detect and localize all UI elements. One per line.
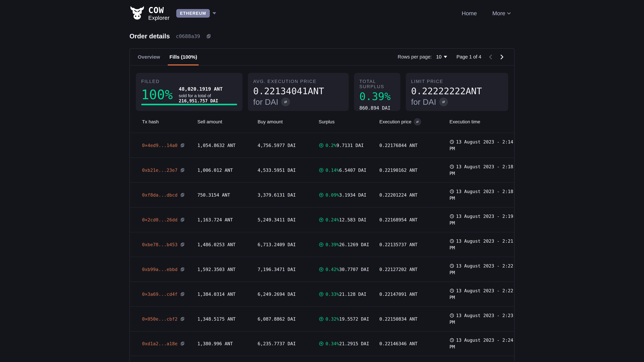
total-surplus-percent: 0.39% [360, 91, 395, 102]
price-swap-icon[interactable] [414, 118, 421, 125]
tx-hash-cell: 0×3a69...cd4f [142, 292, 198, 297]
copy-icon[interactable] [180, 292, 185, 297]
column-header-tx-hash: Tx hash [142, 119, 198, 124]
sell-amount-cell: 1,006.012 ANT [198, 168, 258, 173]
table-header-row: Tx hashSell amountBuy amountSurplusExecu… [130, 111, 514, 133]
execution-time-cell: 13 August 2023 - 2:24 PM [450, 337, 514, 351]
surplus-percent: 0.09% [326, 192, 339, 198]
rows-per-page-caret-icon [444, 56, 447, 58]
top-navigation-bar: COW Explorer ETHEREUM HomeMore [130, 6, 514, 21]
table-row: 0×3a69...cd4f1,384.0314 ANT6,249.2694 DA… [130, 282, 514, 306]
surplus-amount: 6.5407 DAI [339, 168, 366, 173]
tab-fills-100[interactable]: Fills (100%) [168, 49, 199, 65]
copy-icon[interactable] [180, 143, 185, 148]
swap-direction-icon[interactable] [281, 97, 290, 106]
swap-direction-icon[interactable] [439, 97, 448, 106]
surplus-amount: 26.1269 DAI [339, 242, 369, 247]
table-row: 0×050e...cbf21,348.5175 ANT6,087.8862 DA… [130, 306, 514, 331]
tab-overview[interactable]: Overview [136, 49, 162, 65]
tx-hash-link[interactable]: 0×4ed9...14a0 [142, 143, 178, 148]
tx-hash-link[interactable]: 0xb21e...23e7 [142, 168, 178, 173]
sell-amount-cell: 1,348.5175 ANT [198, 317, 258, 322]
buy-amount-cell: 4,533.5951 DAI [258, 168, 319, 173]
tx-hash-cell: 0xb99a...ebbd [142, 267, 198, 272]
page-title-row: Order details c0688a39 [130, 32, 514, 40]
surplus-amount: 19.5572 DAI [339, 317, 369, 322]
tx-hash-link[interactable]: 0xbe78...b453 [142, 242, 178, 247]
copy-icon[interactable] [180, 317, 185, 321]
buy-amount-cell: 4,756.5977 DAI [258, 143, 319, 148]
surplus-cell: 0.24%12.583 DAI [319, 217, 379, 222]
buy-amount-cell: 6,235.7737 DAI [258, 341, 319, 346]
rows-per-page-select[interactable]: 10 [436, 54, 447, 60]
sell-amount-cell: 750.3154 ANT [198, 192, 258, 198]
network-selector[interactable]: ETHEREUM [176, 9, 216, 17]
column-header-sell-amount: Sell amount [198, 119, 258, 124]
execution-time-cell: 13 August 2023 - 2:14 PM [450, 139, 514, 152]
column-header-execution-price: Execution price [379, 118, 450, 125]
order-details-panel: OverviewFills (100%) Rows per page: 10 P… [130, 48, 514, 361]
tx-hash-link[interactable]: 0xb99a...ebbd [142, 267, 178, 272]
buy-amount-cell: 6,713.2409 DAI [258, 242, 319, 247]
tx-hash-cell: 0×2cd0...26dd [142, 217, 198, 222]
nav-item-home[interactable]: Home [462, 10, 477, 16]
surplus-amount: 21.2915 DAI [339, 341, 369, 346]
nav-item-more[interactable]: More [492, 10, 510, 16]
filled-percent: 100% [141, 88, 173, 102]
cow-explorer-logo[interactable]: COW Explorer [130, 6, 170, 21]
previous-page-button[interactable] [486, 53, 495, 61]
surplus-amount: 21.128 DAI [339, 292, 366, 297]
execution-time-cell: 13 August 2023 - 2:21 PM [450, 238, 514, 251]
execution-price-cell: 0.22127202 ANT [379, 267, 450, 272]
brand-name: COW [148, 6, 170, 14]
limit-price-label: LIMIT PRICE [411, 79, 503, 84]
order-id-copy-icon[interactable] [206, 34, 211, 39]
sell-amount-cell: 1,054.8632 ANT [198, 143, 258, 148]
tx-hash-link[interactable]: 0xd1a2...a18e [142, 341, 178, 346]
filled-progress-bar [141, 104, 237, 105]
execution-time-cell: 13 August 2023 - 2:18 PM [450, 163, 514, 177]
surplus-cell: 0.09%3.1934 DAI [319, 192, 379, 198]
tx-hash-link[interactable]: 0×2cd0...26dd [142, 217, 178, 222]
avg-price-unit: for DAI [253, 97, 278, 107]
copy-icon[interactable] [180, 242, 185, 247]
tx-hash-link[interactable]: 0xf8da...dbcd [142, 192, 178, 198]
tx-hash-cell: 0xd1a2...a18e [142, 341, 198, 346]
execution-price-cell: 0.22150834 ANT [379, 317, 450, 322]
table-row: 0xbe78...b4531,486.0253 ANT6,713.2409 DA… [130, 232, 514, 257]
tx-hash-cell: 0xbe78...b453 [142, 242, 198, 247]
surplus-cell: 0.34%21.2915 DAI [319, 341, 379, 346]
sell-amount-cell: 1,380.996 ANT [198, 341, 258, 346]
tx-hash-link[interactable]: 0×050e...cbf2 [142, 317, 178, 322]
filled-sold-total-line: sold for a total of 216,951.757 DAI [179, 93, 237, 104]
tx-hash-link[interactable]: 0×3a69...cd4f [142, 292, 178, 297]
execution-price-cell: 0.22168954 ANT [379, 217, 450, 222]
total-surplus-label: TOTAL SURPLUS [360, 79, 395, 89]
tx-hash-cell: 0xb21e...23e7 [142, 168, 198, 173]
next-page-button[interactable] [498, 53, 506, 61]
column-header-buy-amount: Buy amount [258, 119, 319, 124]
cow-head-icon [130, 6, 145, 20]
copy-icon[interactable] [180, 341, 185, 346]
surplus-amount: 3.1934 DAI [339, 192, 366, 198]
surplus-amount: 30.7707 DAI [339, 267, 369, 272]
copy-icon[interactable] [180, 267, 185, 272]
filled-sold-amount: 48,020.1919 ANT [179, 86, 237, 92]
order-id: c0688a39 [176, 33, 200, 39]
limit-price-card: LIMIT PRICE 0.22222222ANT for DAI [406, 73, 508, 111]
surplus-cell: 0.14%6.5407 DAI [319, 168, 379, 173]
surplus-percent: 0.42% [326, 267, 339, 272]
copy-icon[interactable] [180, 217, 185, 222]
surplus-percent: 0.33% [326, 292, 339, 297]
copy-icon[interactable] [180, 168, 185, 172]
network-badge[interactable]: ETHEREUM [176, 9, 210, 17]
limit-price-value: 0.22222222ANT [411, 86, 503, 96]
total-surplus-card: TOTAL SURPLUS 0.39% 860.894 DAI [354, 73, 400, 111]
surplus-amount: 12.583 DAI [339, 217, 366, 222]
table-row: 0xf8da...dbcd750.3154 ANT3,379.6131 DAI0… [130, 182, 514, 207]
avg-execution-price-value: 0.22134041ANT [253, 86, 343, 96]
execution-time-cell: 13 August 2023 - 2:18 PM [450, 188, 514, 202]
surplus-percent: 0.34% [326, 341, 339, 346]
brand-subtitle: Explorer [148, 15, 170, 21]
copy-icon[interactable] [180, 193, 185, 197]
